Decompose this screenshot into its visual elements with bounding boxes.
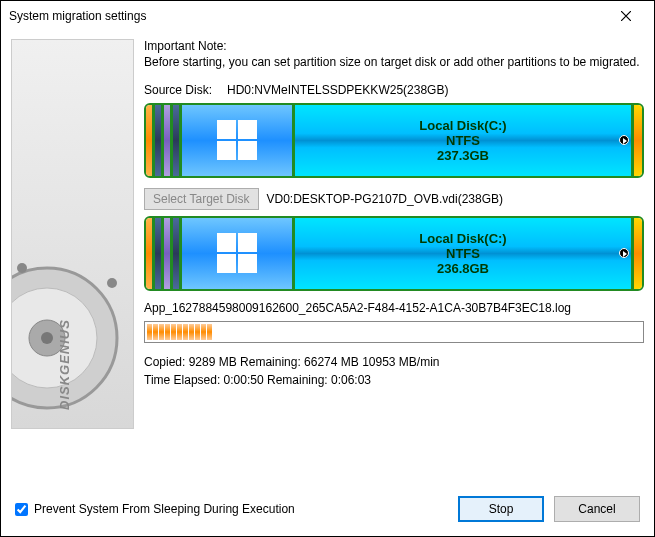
- sidebar-image: DISKGENIUS: [11, 39, 134, 429]
- titlebar: System migration settings: [1, 1, 654, 31]
- note-title: Important Note:: [144, 39, 644, 53]
- resize-handle-icon[interactable]: [619, 248, 629, 258]
- svg-point-3: [41, 332, 53, 344]
- progress-bar: [144, 321, 644, 343]
- target-disk-value: VD0:DESKTOP-PG2107D_OVB.vdi(238GB): [267, 192, 504, 206]
- close-button[interactable]: [606, 4, 646, 28]
- svg-point-5: [107, 278, 117, 288]
- windows-partition-icon: [182, 218, 292, 289]
- target-disk-bar[interactable]: Local Disk(C:) NTFS 236.8GB: [144, 216, 644, 291]
- stop-button[interactable]: Stop: [458, 496, 544, 522]
- prevent-sleep-checkbox[interactable]: Prevent System From Sleeping During Exec…: [15, 502, 295, 516]
- svg-point-4: [17, 263, 27, 273]
- window-title: System migration settings: [9, 9, 146, 23]
- source-disk-label: Source Disk:: [144, 83, 219, 97]
- current-file: App_1627884598009162600_265CA5A2-F484-41…: [144, 301, 644, 315]
- footer: Prevent System From Sleeping During Exec…: [1, 486, 654, 536]
- source-disk-bar[interactable]: Local Disk(C:) NTFS 237.3GB: [144, 103, 644, 178]
- source-disk-value: HD0:NVMeINTELSSDPEKKW25(238GB): [227, 83, 448, 97]
- brand-label: DISKGENIUS: [57, 319, 72, 410]
- close-icon: [621, 11, 631, 21]
- note-body: Before starting, you can set partition s…: [144, 55, 644, 71]
- cancel-button[interactable]: Cancel: [554, 496, 640, 522]
- prevent-sleep-input[interactable]: [15, 503, 28, 516]
- select-target-disk-button: Select Target Disk: [144, 188, 259, 210]
- target-main-partition[interactable]: Local Disk(C:) NTFS 236.8GB: [295, 218, 631, 289]
- windows-partition-icon: [182, 105, 292, 176]
- source-main-partition[interactable]: Local Disk(C:) NTFS 237.3GB: [295, 105, 631, 176]
- resize-handle-icon[interactable]: [619, 135, 629, 145]
- progress-stats: Copied: 9289 MB Remaining: 66274 MB 1095…: [144, 353, 644, 389]
